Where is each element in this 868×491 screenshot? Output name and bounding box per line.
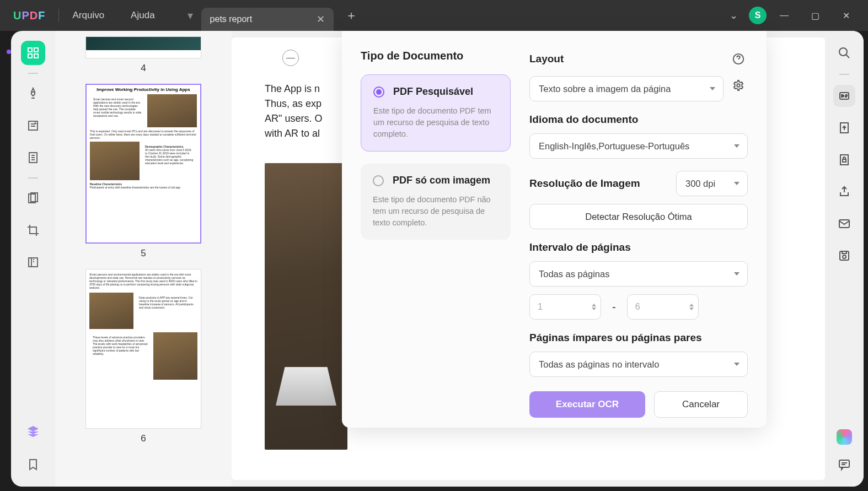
highlight-tool[interactable] [21,82,45,106]
layout-select[interactable]: Texto sobre a imagem da página [529,76,724,101]
close-window-button[interactable]: ✕ [833,4,859,26]
svg-rect-17 [839,460,849,467]
search-icon[interactable] [833,42,855,64]
radio-icon [373,175,384,186]
collapse-icon[interactable]: — [282,50,299,66]
page-tool[interactable] [21,145,45,170]
layers-tool[interactable] [21,419,45,444]
thumbnail-page-5[interactable]: Improve Working Productivity in Using Ap… [85,84,201,244]
svg-point-9 [839,48,847,56]
resolution-label: Resolução de Imagem [529,177,640,190]
close-icon[interactable]: ✕ [317,13,325,25]
range-dash: - [612,301,616,314]
avatar[interactable]: S [749,7,767,24]
gear-icon[interactable] [729,76,748,95]
cancel-button[interactable]: Cancelar [654,391,748,418]
option-searchable-pdf[interactable]: PDF Pesquisável Este tipo de documento P… [361,74,511,152]
menu-help[interactable]: Ajuda [117,10,168,21]
svg-rect-2 [28,54,32,58]
help-icon[interactable] [729,50,748,68]
option-image-only-pdf[interactable]: PDF só com imagem Este tipo de documento… [361,164,511,240]
app-logo: UPDF [13,9,45,22]
svg-rect-3 [34,54,38,58]
crop-tool[interactable] [21,218,45,242]
radio-icon [373,87,384,98]
svg-rect-13 [843,159,846,162]
titlebar: UPDF Arquivo Ajuda ▾ pets report ✕ ＋ ⌄ S… [0,0,868,31]
thumbnail-page-4[interactable] [85,36,201,58]
odd-even-label: Páginas ímpares ou páginas pares [529,332,748,344]
page-number: 5 [141,248,146,259]
chevron-down-icon[interactable]: ⌄ [722,9,744,21]
right-toolbar [825,31,864,487]
page-number: 4 [141,63,146,74]
convert-icon[interactable] [833,117,855,139]
range-to-input[interactable]: 6 [627,294,699,320]
run-ocr-button[interactable]: Executar OCR [529,391,645,418]
ai-icon[interactable] [837,429,852,445]
separator [28,73,38,74]
svg-point-19 [737,84,740,87]
left-toolbar [11,31,55,487]
tab-dropdown-icon[interactable]: ▾ [179,9,201,22]
separator [28,177,38,179]
save-icon[interactable] [833,245,855,267]
organize-tool[interactable] [21,186,45,211]
email-icon[interactable] [833,213,855,235]
layout-label: Layout [529,53,564,65]
share-icon[interactable] [833,181,855,203]
option-title: PDF Pesquisável [393,86,473,98]
svg-rect-0 [28,48,32,52]
bookmark-tool[interactable] [21,452,45,477]
thumb-title: Improve Working Productivity in Using Ap… [87,85,200,94]
option-title: PDF só com imagem [393,175,490,186]
language-label: Idioma do documento [529,114,748,126]
page-number: 6 [141,433,146,444]
protect-icon[interactable] [833,149,855,171]
tab-title: pets report [210,14,252,24]
minimize-button[interactable]: — [771,4,797,26]
detect-resolution-button[interactable]: Detectar Resolução Ótima [529,204,748,229]
option-desc: Este tipo de documento PDF tem um recurs… [373,105,498,140]
thumbnails-tool[interactable] [21,41,45,65]
svg-point-16 [843,255,846,258]
ocr-icon[interactable] [833,85,855,107]
menu-file[interactable]: Arquivo [59,10,117,21]
edit-tool[interactable] [21,114,45,138]
page-range-label: Intervalo de páginas [529,241,748,253]
resolution-select[interactable]: 300 dpi [676,171,748,196]
thumbnail-panel[interactable]: 4 Improve Working Productivity in Using … [55,31,232,487]
compress-tool[interactable] [21,250,45,274]
thumbnail-page-6[interactable]: Smart persons and environmental applicat… [85,269,201,429]
indicator-dot [7,50,11,54]
document-image [265,163,347,450]
new-tab-button[interactable]: ＋ [340,7,362,24]
language-select[interactable]: English-Inglês,Portuguese-Português [529,133,748,159]
range-from-input[interactable]: 1 [529,294,601,320]
tab-active[interactable]: pets report ✕ [201,8,334,31]
ocr-panel: Tipo de Documento PDF Pesquisável Este t… [342,31,767,428]
doc-type-heading: Tipo de Documento [361,50,511,62]
svg-rect-1 [34,48,38,52]
maximize-button[interactable]: ▢ [802,4,828,26]
comment-icon[interactable] [833,454,855,476]
separator [839,74,849,75]
page-range-select[interactable]: Todas as páginas [529,261,748,287]
odd-even-select[interactable]: Todas as páginas no intervalo [529,352,748,377]
option-desc: Este tipo de documento PDF não tem um re… [373,194,499,229]
